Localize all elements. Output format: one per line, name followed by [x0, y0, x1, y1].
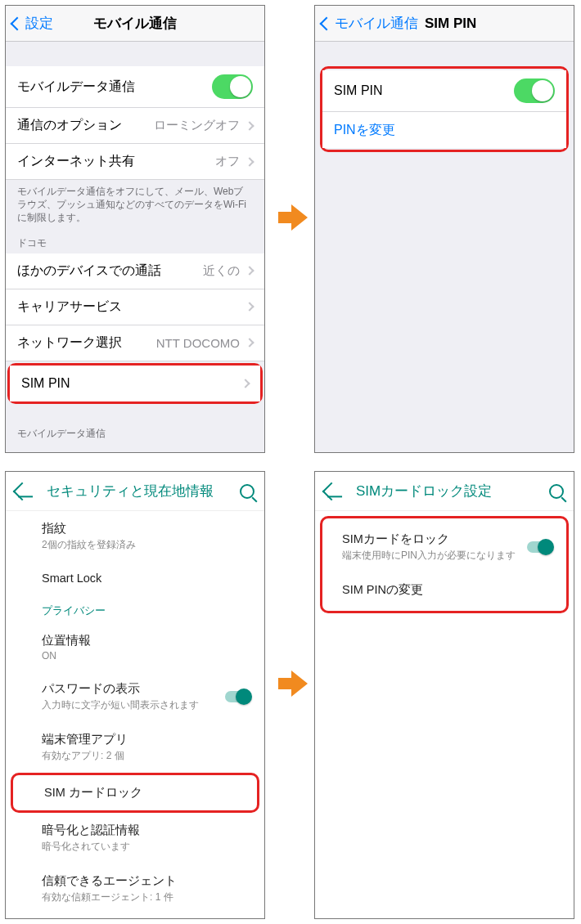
row-label: 端末管理アプリ — [42, 732, 250, 747]
row-value: オフ — [215, 154, 240, 169]
row-label: SIM PIN — [334, 83, 383, 98]
row-label: PINを変更 — [334, 122, 395, 139]
chevron-right-icon — [245, 157, 254, 166]
highlight-box: SIMカードをロック 端末使用時にPIN入力が必要になります SIM PINの変… — [320, 516, 569, 613]
encryption-row[interactable]: 暗号化と認証情報 暗号化されています — [6, 813, 264, 863]
chevron-right-icon — [245, 121, 254, 130]
row-label: 信頼できるエージェント — [42, 873, 250, 889]
row-label: SIMカードをロック — [342, 532, 552, 547]
sim-card-lock-row[interactable]: SIM カードロック — [13, 775, 257, 810]
row-label: ネットワーク選択 — [17, 334, 122, 352]
row-value: NTT DOCOMO — [156, 336, 240, 350]
row-sub: 暗号化されています — [42, 840, 250, 854]
mobile-data-row[interactable]: モバイルデータ通信 — [6, 66, 264, 108]
chevron-right-icon — [245, 302, 254, 311]
back-button[interactable] — [16, 485, 29, 498]
toggle-on-icon[interactable] — [212, 74, 253, 99]
row-label: SIM PINの変更 — [342, 582, 552, 598]
toggle-on-icon[interactable] — [225, 691, 250, 702]
row-label: 暗号化と認証情報 — [42, 823, 250, 838]
ios-mobile-panel: 設定 モバイル通信 モバイルデータ通信 通信のオプション ローミングオフ インタ… — [5, 5, 265, 453]
arrow-left-icon — [13, 482, 32, 500]
chevron-right-icon — [245, 266, 254, 275]
smart-lock-row[interactable]: Smart Lock — [6, 562, 264, 594]
arrow-left-icon — [322, 482, 341, 500]
location-row[interactable]: 位置情報 ON — [6, 623, 264, 671]
highlight-box: SIM PIN — [7, 363, 263, 404]
hotspot-row[interactable]: インターネット共有 オフ — [6, 144, 264, 180]
sim-pin-row[interactable]: SIM PIN — [10, 366, 260, 401]
row-sub: 端末使用時にPIN入力が必要になります — [342, 549, 552, 563]
group-label-bottom: モバイルデータ通信 — [6, 422, 264, 444]
footer-text: モバイルデータ通信をオフにして、メール、Webブラウズ、プッシュ通知などのすべて… — [6, 180, 264, 231]
row-sub: 入力時に文字が短い間表示されます — [42, 698, 250, 712]
ios-header: モバイル通信 SIM PIN — [315, 6, 574, 42]
back-button[interactable] — [325, 485, 338, 498]
show-password-row[interactable]: パスワードの表示 入力時に文字が短い間表示されます — [6, 671, 264, 722]
screen-pinning-row[interactable]: 画面の固定 OFF — [6, 914, 264, 919]
search-icon[interactable] — [240, 484, 254, 499]
arrow-right-icon — [278, 204, 308, 231]
back-button[interactable]: 設定 — [6, 14, 53, 33]
android-header: SIMカードロック設定 — [315, 472, 574, 511]
chevron-left-icon — [320, 16, 334, 30]
row-label: モバイルデータ通信 — [17, 78, 135, 96]
row-sub: ON — [42, 650, 250, 662]
back-label: 設定 — [25, 14, 53, 33]
chevron-left-icon — [11, 16, 25, 30]
back-label: モバイル通信 — [335, 14, 418, 33]
fingerprint-row[interactable]: 指紋 2個の指紋を登録済み — [6, 511, 264, 562]
android-security-panel: セキュリティと現在地情報 指紋 2個の指紋を登録済み Smart Lock プラ… — [5, 471, 265, 919]
back-button[interactable]: モバイル通信 — [315, 14, 418, 33]
ios-simpin-panel: モバイル通信 SIM PIN SIM PIN PINを変更 — [314, 5, 574, 453]
row-label: パスワードの表示 — [42, 681, 250, 697]
change-pin-row[interactable]: PINを変更 — [322, 112, 566, 148]
row-sub: 有効なアプリ: 2 個 — [42, 749, 250, 763]
row-value: 近くの — [203, 263, 240, 279]
network-row[interactable]: ネットワーク選択 NTT DOCOMO — [6, 325, 264, 361]
device-admin-row[interactable]: 端末管理アプリ 有効なアプリ: 2 個 — [6, 722, 264, 773]
chevron-right-icon — [241, 379, 250, 388]
lock-sim-row[interactable]: SIMカードをロック 端末使用時にPIN入力が必要になります — [322, 522, 566, 572]
highlight-box: SIM PIN PINを変更 — [320, 66, 569, 152]
row-label: 通信のオプション — [17, 117, 122, 134]
ios-header: 設定 モバイル通信 — [6, 6, 264, 42]
page-title: SIMカードロック設定 — [356, 482, 549, 500]
trust-agent-row[interactable]: 信頼できるエージェント 有効な信頼エージェント: 1 件 — [6, 863, 264, 914]
change-sim-pin-row[interactable]: SIM PINの変更 — [322, 572, 566, 608]
row-label: SIM PIN — [21, 376, 70, 391]
row-sub: 有効な信頼エージェント: 1 件 — [42, 890, 250, 904]
android-header: セキュリティと現在地情報 — [6, 472, 264, 511]
carrier-services-row[interactable]: キャリアサービス — [6, 289, 264, 325]
row-label: キャリアサービス — [17, 298, 122, 316]
row-label: 指紋 — [42, 521, 250, 536]
arrow-right-icon — [278, 671, 308, 697]
search-icon[interactable] — [549, 484, 564, 499]
options-row[interactable]: 通信のオプション ローミングオフ — [6, 108, 264, 144]
other-calls-row[interactable]: ほかのデバイスでの通話 近くの — [6, 253, 264, 289]
android-simlock-panel: SIMカードロック設定 SIMカードをロック 端末使用時にPIN入力が必要になり… — [314, 471, 574, 919]
row-label: Smart Lock — [42, 572, 250, 585]
sim-pin-toggle-row[interactable]: SIM PIN — [322, 70, 566, 112]
section-privacy: プライバシー — [6, 594, 264, 623]
highlight-box: SIM カードロック — [11, 773, 259, 813]
toggle-on-icon[interactable] — [514, 78, 555, 103]
row-value: ローミングオフ — [154, 118, 240, 133]
page-title: セキュリティと現在地情報 — [47, 482, 240, 500]
chevron-right-icon — [245, 338, 254, 347]
row-label: 位置情報 — [42, 633, 250, 648]
row-label: SIM カードロック — [44, 785, 242, 801]
row-label: インターネット共有 — [17, 153, 135, 170]
row-sub: 2個の指紋を登録済み — [42, 538, 250, 552]
group-label-carrier: ドコモ — [6, 231, 264, 253]
row-label: ほかのデバイスでの通話 — [17, 262, 161, 280]
toggle-on-icon[interactable] — [527, 541, 552, 553]
